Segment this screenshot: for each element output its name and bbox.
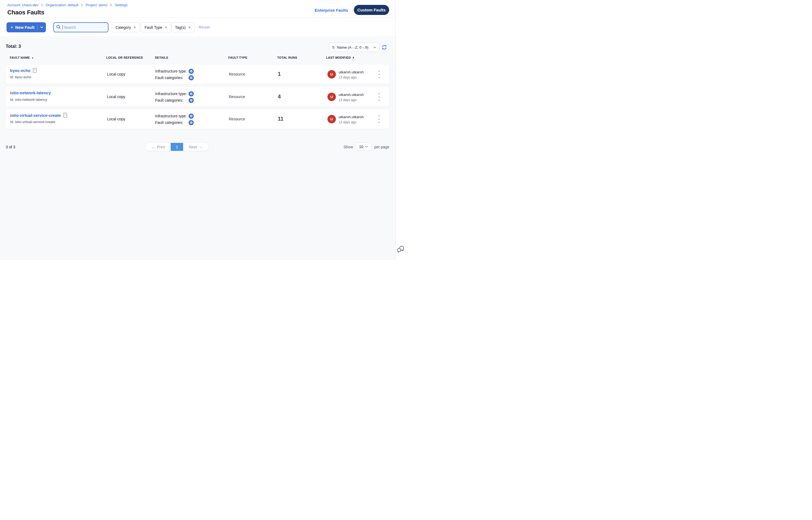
pagination-summary: 3 of 3	[6, 145, 15, 149]
prev-page-button[interactable]: ← Prev	[145, 143, 171, 151]
chevron-down-icon	[373, 47, 376, 48]
filter-chip-label: Fault Type	[145, 25, 162, 30]
text-cursor	[62, 25, 63, 30]
arrow-right-icon: →	[199, 145, 203, 149]
column-details: DETAILS	[155, 56, 168, 59]
fault-name-link[interactable]: istio-virtual-service-create	[10, 113, 61, 118]
arrow-left-icon: ←	[151, 145, 155, 149]
column-label: FAULT NAME	[10, 56, 30, 59]
local-or-reference-value: Local copy	[107, 95, 125, 99]
table-header-row: FAULT NAME ▲ LOCAL OR REFERENCE DETAILS …	[0, 56, 396, 60]
local-or-reference-value: Local copy	[107, 117, 125, 121]
details-cell: Infrastructure type: ☸ Fault categories:…	[155, 68, 194, 81]
sort-select-value: Name (A→Z, 0→9)	[337, 45, 371, 49]
plus-icon: +	[10, 25, 13, 30]
kubernetes-icon: ☸	[188, 69, 194, 74]
chaos-faults-page: Account: chaos-dev Organization: default…	[0, 0, 406, 260]
table-row[interactable]: istio-network-latency Id: istio-network-…	[5, 87, 390, 107]
page-number-button[interactable]: 1	[171, 143, 183, 151]
total-runs-value: 1	[278, 71, 281, 77]
avatar: U	[327, 70, 336, 79]
chat-support-icon[interactable]	[397, 245, 405, 254]
close-icon[interactable]: ✕	[165, 26, 168, 29]
toolbar: + New Fault Category ✕ Fault Type ✕ Tag(…	[0, 18, 396, 37]
sort-both-icon: ▲▼	[353, 56, 354, 59]
column-fault-type: FAULT TYPE	[228, 56, 247, 59]
last-modified-cell: U utkarsh.utkarsh 13 days ago	[327, 70, 363, 79]
chevron-down-icon[interactable]	[40, 26, 43, 28]
breadcrumb-project-link[interactable]: Project: demo	[85, 3, 107, 7]
search-box	[53, 22, 108, 32]
chevron-right-icon	[41, 3, 43, 6]
breadcrumb-settings-link[interactable]: Settings	[115, 3, 127, 7]
column-fault-name[interactable]: FAULT NAME ▲	[10, 56, 34, 59]
row-menu-button[interactable]	[377, 93, 381, 101]
chevron-right-icon	[81, 3, 83, 6]
modified-time: 13 days ago	[338, 76, 363, 79]
last-modified-cell: U utkarsh.utkarsh 13 days ago	[327, 93, 363, 102]
per-page-label: per page	[374, 145, 389, 149]
page-header: Account: chaos-dev Organization: default…	[0, 0, 396, 18]
fault-categories-label: Fault categories:	[155, 98, 188, 102]
local-or-reference-value: Local copy	[107, 72, 125, 76]
total-runs-value: 4	[278, 94, 281, 100]
fault-id: Id: istio-network-latency	[10, 98, 47, 102]
details-cell: Infrastructure type: ☸ Fault categories:…	[155, 113, 194, 126]
show-label: Show	[344, 145, 353, 149]
enterprise-faults-link[interactable]: Enterprise Faults	[315, 8, 348, 12]
close-icon[interactable]: ✕	[133, 26, 136, 29]
fault-categories-label: Fault categories:	[155, 76, 188, 80]
total-runs-value: 11	[278, 116, 283, 122]
table-row[interactable]: istio-virtual-service-create Id: istio-v…	[5, 109, 390, 129]
sort-select[interactable]: ⇅ Name (A→Z, 0→9)	[329, 43, 379, 52]
row-menu-button[interactable]	[377, 115, 381, 123]
search-icon	[56, 25, 61, 30]
chevron-down-icon	[365, 146, 368, 148]
column-total-runs: TOTAL RUNS	[277, 56, 297, 59]
sort-ascending-icon: ▲	[31, 56, 34, 59]
row-menu-button[interactable]	[377, 71, 381, 78]
kubernetes-icon: ☸	[188, 91, 194, 97]
new-fault-label: New Fault	[15, 25, 34, 30]
column-local-or-reference: LOCAL OR REFERENCE	[106, 56, 143, 59]
avatar: U	[327, 115, 336, 123]
filter-chip-label: Category	[116, 25, 131, 30]
fault-id: Id: byoc-echo	[10, 75, 31, 79]
page-size-select[interactable]: 10	[355, 142, 372, 151]
pagination: ← Prev 1 Next →	[145, 142, 209, 151]
table-row[interactable]: byoc-echo Id: byoc-echo Local copy Infra…	[5, 64, 390, 84]
breadcrumb-organization-link[interactable]: Organization: default	[46, 3, 78, 7]
next-page-button[interactable]: Next →	[183, 143, 208, 151]
manifest-icon[interactable]	[33, 68, 37, 73]
total-count: Total: 3	[6, 44, 21, 49]
avatar: U	[327, 93, 336, 101]
modified-time: 13 days ago	[338, 98, 363, 102]
column-last-modified[interactable]: LAST MODIFIED ▲▼	[326, 56, 354, 59]
filter-chip-label: Tag(s)	[175, 25, 186, 30]
chevron-right-icon	[110, 3, 112, 6]
manifest-icon[interactable]	[63, 113, 67, 118]
column-label: LAST MODIFIED	[326, 56, 351, 59]
search-input[interactable]	[53, 22, 108, 32]
kubernetes-icon: ☸	[188, 113, 194, 119]
fault-type-value: Resource	[229, 95, 245, 99]
filter-chip-tags[interactable]: Tag(s) ✕	[171, 22, 195, 32]
filter-chip-category[interactable]: Category ✕	[112, 22, 140, 32]
last-modified-cell: U utkarsh.utkarsh 13 days ago	[327, 115, 363, 124]
page-title: Chaos Faults	[7, 9, 44, 16]
modified-time: 13 days ago	[338, 120, 363, 124]
kubernetes-icon: ☸	[188, 120, 194, 125]
fault-type-value: Resource	[229, 72, 245, 76]
custom-faults-button[interactable]: Custom Faults	[354, 5, 389, 15]
close-icon[interactable]: ✕	[188, 26, 191, 29]
fault-name-link[interactable]: istio-network-latency	[10, 90, 51, 95]
refresh-icon[interactable]	[382, 45, 387, 50]
button-divider	[37, 25, 37, 30]
infrastructure-type-label: Infrastructure type:	[155, 92, 188, 96]
breadcrumb-account-link[interactable]: Account: chaos-dev	[7, 3, 38, 7]
infrastructure-type-label: Infrastructure type:	[155, 114, 188, 118]
new-fault-button[interactable]: + New Fault	[6, 22, 46, 32]
reset-filters-button[interactable]: Reset	[199, 25, 210, 29]
fault-name-link[interactable]: byoc-echo	[10, 68, 30, 73]
filter-chip-fault-type[interactable]: Fault Type ✕	[141, 22, 171, 32]
